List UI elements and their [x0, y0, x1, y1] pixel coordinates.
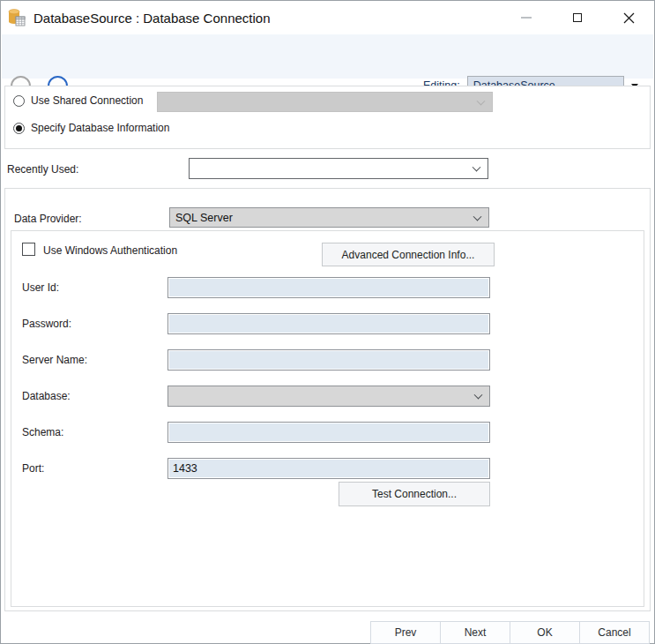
credentials-group: Use Windows Authentication Advanced Conn… — [11, 230, 644, 607]
chevron-down-icon — [473, 163, 481, 172]
windows-auth-checkbox[interactable] — [22, 243, 35, 256]
schema-input[interactable] — [167, 422, 490, 443]
server-name-label: Server Name: — [22, 354, 87, 366]
recently-used-combobox[interactable] — [189, 158, 488, 179]
chevron-down-icon — [474, 391, 483, 400]
database-info-group: Data Provider: SQL Server Use Windows Au… — [4, 188, 651, 611]
window-controls — [501, 1, 654, 34]
data-provider-label: Data Provider: — [14, 213, 82, 225]
prev-button[interactable]: Prev — [370, 621, 441, 644]
window-title: DatabaseSource : Database Connection — [33, 11, 271, 26]
minimize-button[interactable] — [501, 1, 552, 34]
port-label: Port: — [22, 462, 44, 475]
advanced-connection-info-button[interactable]: Advanced Connection Info... — [322, 243, 495, 266]
navigation-toolbar: ← → Editing: DatabaseSource — [2, 34, 653, 79]
windows-auth-label: Use Windows Authentication — [43, 244, 177, 257]
specify-database-label: Specify Database Information — [31, 122, 169, 134]
chevron-down-icon — [477, 96, 486, 105]
close-icon — [623, 12, 635, 24]
user-id-input[interactable] — [167, 277, 490, 298]
password-input[interactable] — [167, 313, 490, 334]
password-label: Password: — [22, 318, 71, 330]
test-connection-button[interactable]: Test Connection... — [339, 482, 490, 506]
user-id-label: User Id: — [22, 281, 59, 294]
shared-connection-combobox — [157, 92, 493, 112]
minimize-icon — [521, 17, 532, 19]
maximize-icon — [573, 13, 582, 22]
footer-button-bar: Prev Next OK Cancel — [370, 621, 650, 644]
port-input[interactable] — [167, 458, 490, 479]
specify-database-radio[interactable] — [13, 123, 25, 134]
schema-label: Schema: — [22, 426, 63, 438]
maximize-button[interactable] — [552, 1, 603, 34]
use-shared-connection-label: Use Shared Connection — [31, 94, 143, 107]
next-button[interactable]: Next — [440, 621, 510, 644]
ok-button[interactable]: OK — [510, 621, 580, 644]
recently-used-label: Recently Used: — [7, 163, 78, 176]
chevron-down-icon — [473, 212, 482, 221]
database-table-icon — [8, 9, 26, 26]
dialog-window: DatabaseSource : Database Connection ← → — [0, 0, 655, 644]
data-provider-combobox[interactable]: SQL Server — [169, 207, 489, 228]
database-label: Database: — [22, 390, 71, 402]
title-bar[interactable]: DatabaseSource : Database Connection — [1, 1, 654, 34]
cancel-button[interactable]: Cancel — [579, 621, 650, 644]
database-combobox[interactable] — [167, 386, 490, 407]
use-shared-connection-radio[interactable] — [13, 95, 25, 107]
data-provider-value: SQL Server — [170, 212, 233, 224]
connection-mode-group: Use Shared Connection Specify Database I… — [4, 86, 651, 149]
server-name-input[interactable] — [167, 349, 490, 371]
close-button[interactable] — [603, 1, 654, 34]
